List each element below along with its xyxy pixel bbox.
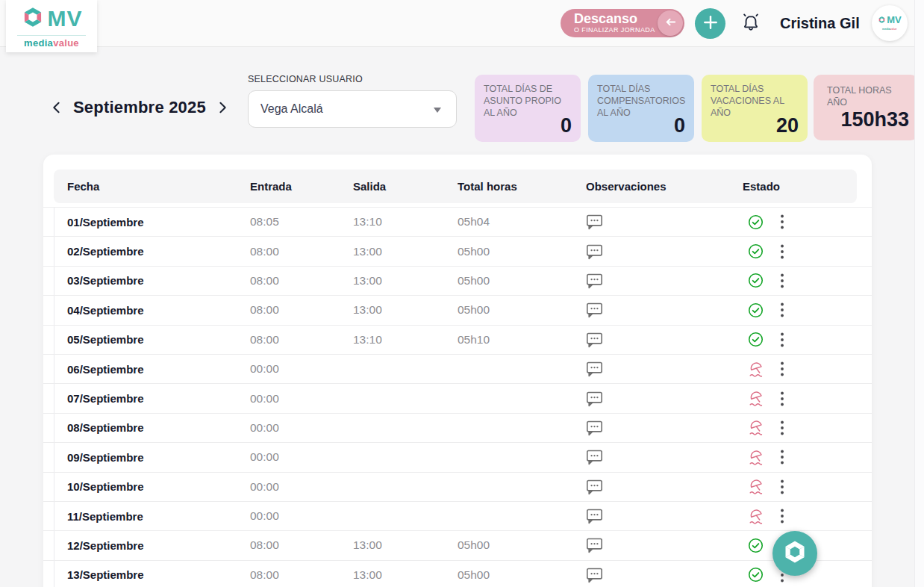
status-vacation-umbrella-icon — [748, 502, 764, 530]
comment-bubble-icon[interactable] — [585, 414, 604, 442]
status-approved-check-icon — [748, 561, 764, 587]
cell-entrada: 08:05 — [250, 208, 279, 236]
comment-bubble-icon[interactable] — [585, 473, 604, 501]
cell-fecha: 13/Septiembre — [67, 561, 144, 587]
cell-salida: 13:00 — [353, 237, 382, 265]
cell-fecha: 12/Septiembre — [67, 531, 144, 559]
floating-brand-button[interactable] — [772, 531, 817, 576]
notifications-bell-icon[interactable] — [740, 12, 761, 34]
user-avatar[interactable]: MV mediavalue — [872, 5, 908, 41]
row-menu-kebab-icon[interactable] — [776, 237, 788, 265]
row-menu-kebab-icon[interactable] — [776, 384, 788, 412]
card-label: TOTAL HORAS AÑO — [814, 75, 918, 108]
break-button-subtitle: O FINALIZAR JORNADA — [574, 26, 655, 34]
brand-pinwheel-icon — [781, 538, 808, 568]
row-menu-kebab-icon[interactable] — [776, 473, 788, 501]
select-user-label: SELECCIONAR USUARIO — [248, 74, 363, 84]
column-header-observaciones: Observaciones — [586, 170, 667, 203]
next-month-chevron-icon[interactable] — [216, 101, 230, 114]
table-row: 03/Septiembre 08:00 13:00 05h00 — [43, 266, 872, 295]
cell-entrada: 08:00 — [250, 531, 279, 559]
table-row: 13/Septiembre 08:00 13:00 05h00 — [43, 560, 872, 587]
column-header-entrada: Entrada — [250, 170, 292, 203]
table-body: 01/Septiembre 08:05 13:10 05h04 — [43, 207, 872, 587]
summary-card: TOTAL DÍAS DE ASUNTO PROPIO AL AÑO 0 — [475, 75, 581, 142]
table-row: 06/Septiembre 00:00 — [43, 354, 872, 383]
row-menu-kebab-icon[interactable] — [776, 414, 788, 442]
cell-entrada: 08:00 — [250, 326, 279, 354]
summary-card: TOTAL DÍAS COMPENSATORIOS AL AÑO 0 — [588, 75, 694, 142]
company-logo: MV mediavalue — [6, 0, 97, 52]
status-approved-check-icon — [748, 531, 764, 559]
cell-salida: 13:10 — [353, 208, 382, 236]
status-approved-check-icon — [748, 326, 764, 354]
cell-entrada: 00:00 — [250, 473, 279, 501]
status-approved-check-icon — [748, 237, 764, 265]
cell-fecha: 06/Septiembre — [67, 355, 144, 383]
add-entry-button[interactable] — [695, 8, 725, 39]
card-label: TOTAL DÍAS DE ASUNTO PROPIO AL AÑO — [475, 75, 581, 119]
comment-bubble-icon[interactable] — [585, 296, 604, 324]
status-vacation-umbrella-icon — [748, 384, 764, 412]
scrollbar-track[interactable] — [914, 0, 924, 587]
card-value: 20 — [776, 114, 799, 137]
back-arrow-button[interactable] — [658, 10, 683, 36]
comment-bubble-icon[interactable] — [585, 237, 604, 265]
cell-entrada: 00:00 — [250, 355, 279, 383]
comment-bubble-icon[interactable] — [585, 208, 604, 236]
column-header-salida: Salida — [353, 170, 386, 203]
comment-bubble-icon[interactable] — [585, 443, 604, 471]
plus-icon — [702, 14, 719, 34]
status-approved-check-icon — [748, 208, 764, 236]
break-or-end-shift-button[interactable]: Descanso O FINALIZAR JORNADA — [561, 9, 684, 37]
row-menu-kebab-icon[interactable] — [776, 296, 788, 324]
cell-fecha: 02/Septiembre — [67, 237, 144, 265]
cell-fecha: 08/Septiembre — [67, 414, 144, 442]
comment-bubble-icon[interactable] — [585, 355, 604, 383]
brand-mark-icon — [878, 13, 886, 27]
card-value: 0 — [674, 114, 685, 137]
avatar-brand-tagline: mediavalue — [882, 28, 897, 31]
cell-total-horas: 05h00 — [458, 237, 490, 265]
cell-salida: 13:00 — [353, 267, 382, 295]
comment-bubble-icon[interactable] — [585, 531, 604, 559]
table-row: 07/Septiembre 00:00 — [43, 383, 872, 412]
comment-bubble-icon[interactable] — [585, 502, 604, 530]
cell-total-horas: 05h04 — [458, 208, 490, 236]
row-menu-kebab-icon[interactable] — [776, 443, 788, 471]
status-vacation-umbrella-icon — [748, 414, 764, 442]
cell-fecha: 10/Septiembre — [67, 473, 144, 501]
table-row: 02/Septiembre 08:00 13:00 05h00 — [43, 236, 872, 265]
month-navigation: Septiembre 2025 — [49, 94, 230, 121]
cell-total-horas: 05h00 — [458, 267, 490, 295]
brand-hexagon-icon — [21, 5, 45, 32]
cell-salida: 13:00 — [353, 531, 382, 559]
logo-divider — [17, 35, 86, 36]
cell-entrada: 00:00 — [250, 443, 279, 471]
cell-total-horas: 05h00 — [458, 531, 490, 559]
row-menu-kebab-icon[interactable] — [776, 267, 788, 295]
row-menu-kebab-icon[interactable] — [776, 502, 788, 530]
cell-total-horas: 05h00 — [458, 561, 490, 587]
comment-bubble-icon[interactable] — [585, 267, 604, 295]
cell-salida: 13:10 — [353, 326, 382, 354]
card-label: TOTAL DÍAS VACACIONES AL AÑO — [702, 75, 808, 119]
row-menu-kebab-icon[interactable] — [776, 326, 788, 354]
break-button-title: Descanso — [574, 11, 655, 26]
comment-bubble-icon[interactable] — [585, 384, 604, 412]
cell-fecha: 11/Septiembre — [67, 502, 143, 530]
status-vacation-umbrella-icon — [748, 443, 764, 471]
user-select-dropdown[interactable]: Vega Alcalá — [248, 90, 457, 128]
comment-bubble-icon[interactable] — [585, 326, 604, 354]
cell-salida: 13:00 — [353, 296, 382, 324]
comment-bubble-icon[interactable] — [585, 561, 604, 587]
table-row: 12/Septiembre 08:00 13:00 05h00 — [43, 530, 872, 559]
cell-entrada: 08:00 — [250, 267, 279, 295]
row-menu-kebab-icon[interactable] — [776, 208, 788, 236]
cell-fecha: 03/Septiembre — [67, 267, 144, 295]
card-value: 150h33 — [840, 108, 909, 131]
row-menu-kebab-icon[interactable] — [776, 355, 788, 383]
previous-month-chevron-icon[interactable] — [49, 101, 63, 114]
table-row: 09/Septiembre 00:00 — [43, 442, 872, 471]
card-label: TOTAL DÍAS COMPENSATORIOS AL AÑO — [588, 75, 694, 119]
